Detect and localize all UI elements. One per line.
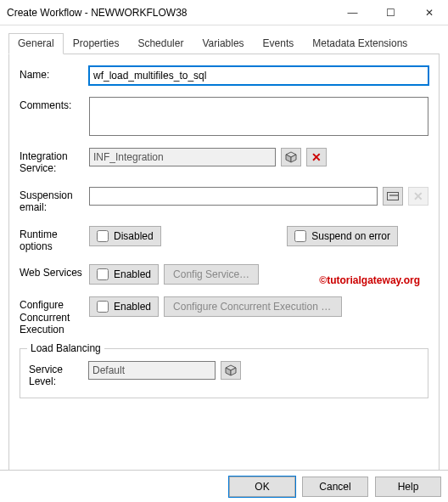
tab-metadata[interactable]: Metadata Extensions	[303, 33, 417, 54]
client-area: General Properties Scheduler Variables E…	[0, 25, 448, 477]
email-browse-button[interactable]	[383, 187, 403, 206]
disabled-checkbox[interactable]: Disabled	[89, 226, 161, 246]
suspension-input[interactable]	[89, 187, 378, 206]
address-card-icon	[387, 192, 399, 200]
x-icon: ✕	[413, 189, 423, 203]
integration-browse-button[interactable]	[281, 148, 301, 166]
service-level-input[interactable]	[88, 361, 216, 380]
cce-enabled-checkbox[interactable]: Enabled	[89, 296, 159, 317]
dialog-footer: OK Cancel Help	[0, 470, 448, 502]
x-icon: ✕	[311, 150, 322, 164]
integration-input[interactable]	[89, 148, 276, 166]
help-button[interactable]: Help	[375, 477, 441, 497]
comments-label: Comments:	[20, 97, 89, 111]
suspend-checkbox[interactable]: Suspend on error	[287, 226, 398, 246]
maximize-button[interactable]: ☐	[372, 0, 410, 25]
web-enabled-checkbox[interactable]: Enabled	[89, 264, 159, 285]
minimize-button[interactable]: —	[333, 0, 372, 25]
cube-icon	[225, 364, 237, 376]
ok-button[interactable]: OK	[229, 477, 295, 497]
cce-enabled-checkbox-label: Enabled	[114, 301, 151, 313]
disabled-checkbox-input[interactable]	[97, 230, 109, 242]
window-title: Create Workflow - NEWWORKFLOW38	[7, 7, 333, 19]
service-level-browse-button[interactable]	[221, 361, 241, 380]
general-panel: Name: Comments: Integration Service: ✕	[8, 54, 440, 477]
email-clear-button[interactable]: ✕	[408, 187, 428, 206]
load-balancing-legend: Load Balancing	[27, 342, 104, 354]
suspension-label: Suspension email:	[20, 187, 89, 214]
watermark: ©tutorialgateway.org	[319, 274, 420, 287]
title-bar: Create Workflow - NEWWORKFLOW38 — ☐ ✕	[0, 0, 448, 25]
web-enabled-checkbox-input[interactable]	[97, 268, 109, 280]
load-balancing-group: Load Balancing Service Level:	[20, 348, 428, 399]
disabled-checkbox-label: Disabled	[114, 230, 154, 242]
suspend-checkbox-label: Suspend on error	[311, 230, 390, 242]
suspend-checkbox-input[interactable]	[294, 230, 306, 242]
cube-icon	[285, 151, 297, 163]
tab-variables[interactable]: Variables	[193, 33, 253, 54]
comments-textarea[interactable]	[89, 97, 428, 136]
config-service-button: Config Service…	[164, 264, 259, 285]
cancel-button[interactable]: Cancel	[302, 477, 368, 497]
concurrent-label: Configure Concurrent Execution	[20, 296, 89, 336]
close-button[interactable]: ✕	[410, 0, 448, 25]
service-level-label: Service Level:	[29, 361, 88, 388]
tab-general[interactable]: General	[8, 33, 64, 54]
web-label: Web Services	[20, 264, 89, 279]
name-label: Name:	[20, 66, 89, 81]
integration-clear-button[interactable]: ✕	[306, 148, 327, 166]
web-enabled-checkbox-label: Enabled	[114, 268, 151, 280]
tab-properties[interactable]: Properties	[64, 33, 129, 54]
runtime-label: Runtime options	[20, 226, 89, 253]
tab-strip: General Properties Scheduler Variables E…	[8, 32, 440, 54]
tab-scheduler[interactable]: Scheduler	[128, 33, 193, 54]
integration-label: Integration Service:	[20, 148, 89, 175]
tab-events[interactable]: Events	[254, 33, 304, 54]
name-input[interactable]	[89, 66, 428, 85]
cce-enabled-checkbox-input[interactable]	[97, 301, 109, 313]
config-cce-button: Configure Concurrent Execution …	[164, 296, 342, 317]
